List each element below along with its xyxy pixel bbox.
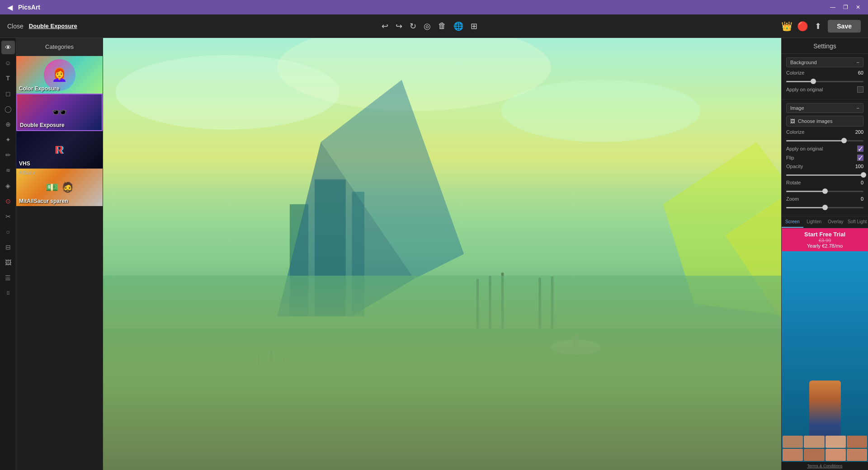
lines-icon: ≋ [6,167,10,174]
soft-light-label: Soft Light [848,219,867,224]
cut-icon: ✂ [5,213,11,220]
erase-button[interactable]: ◎ [422,19,433,33]
share-button[interactable]: ⬆ [813,19,823,33]
soft-light-tab[interactable]: Soft Light [846,216,868,228]
window-controls: — ❐ ✕ [828,3,863,12]
lighten-tab[interactable]: Lighten [803,216,825,228]
redo2-button[interactable]: ↻ [408,19,418,33]
price-text: €3.99 [786,238,863,243]
blend-mode-tabs: Screen Lighten Overlay Soft Light [782,216,868,228]
eraser-tool[interactable]: ⊙ [1,194,15,208]
lines-tool[interactable]: ≋ [1,164,15,177]
text-tool[interactable]: T [1,71,15,85]
close-button[interactable]: ✕ [854,3,863,12]
minimize-button[interactable]: — [828,3,837,12]
rotate-label: Rotate [786,180,801,185]
zoom-value: 0 [861,196,863,202]
ad-item[interactable]: 💵 🧔 AllSacur MitAllSacur sparen [16,169,103,206]
double-exposure-item[interactable]: 🕶️ Double Exposure [16,94,103,131]
image-tool[interactable]: 🖼 [1,256,15,269]
ad-panel[interactable]: Start Free Trial €3.99 Yearly €2.78/mo [782,228,868,470]
frame-tool[interactable]: ◻ [1,87,15,100]
ad-top-bar: Start Free Trial €3.99 Yearly €2.78/mo [782,228,868,251]
back-icon[interactable]: ◀ [5,1,14,14]
background-dropdown[interactable]: Background − [786,57,863,67]
left-toolbar: 👁 ☺ T ◻ ◯ ⊕ ✦ ✏ ≋ [0,38,16,470]
main-toolbar: Close Double Exposure ↩ ↪ ↻ ◎ 🗑 🌐 ⊞ [0,14,868,38]
mask-tool[interactable]: ◈ [1,179,15,193]
screen-label: Screen [785,219,800,224]
ad-user-label: AllSacur [19,170,36,175]
opacity-slider[interactable] [786,172,863,178]
erase-icon: ◎ [424,21,431,31]
titlebar: ◀ PicsArt — ❐ ✕ [0,0,868,14]
canvas-area [103,38,781,470]
apply-original-row-1: Apply on original [786,86,863,93]
screen-tab[interactable]: Screen [782,216,803,228]
zoom-label: Zoom [786,196,799,202]
circle-tool[interactable]: ○ [1,225,15,239]
restore-button[interactable]: ❐ [841,3,850,12]
image-minus-icon: − [857,105,859,111]
colorize-value-2: 200 [855,129,863,135]
apply-original-checkbox-2[interactable]: ✓ [857,146,863,152]
star-icon: ✦ [5,136,11,143]
choose-images-button[interactable]: 🖼 Choose images [786,116,863,127]
colorize-value-1: 60 [858,70,863,75]
vhs-item[interactable]: R VHS [16,131,103,169]
undo-button[interactable]: ↩ [380,19,390,33]
background-section: Background − Colorize 60 [782,54,868,99]
overlay-tab[interactable]: Overlay [825,216,847,228]
background-label: Background [790,60,817,65]
delete-button[interactable]: 🗑 [436,19,448,33]
grid-button[interactable]: ⊞ [469,19,479,33]
overlay-label: Overlay [828,219,843,224]
apply-original-checkbox-1[interactable] [857,86,863,93]
grid-tool[interactable]: ⠿ [1,287,15,300]
colorize-slider-2[interactable] [786,137,863,144]
rotate-slider[interactable] [786,188,863,194]
vhs-label: VHS [19,160,30,167]
mask-icon: ◈ [5,182,10,189]
zoom-slider[interactable] [786,204,863,211]
crown-icon: 👑 [781,21,793,32]
ad-terms[interactable]: Terms & Conditions [782,462,868,470]
app: Close Double Exposure ↩ ↪ ↻ ◎ 🗑 🌐 ⊞ [0,14,868,470]
shape-tool[interactable]: ◯ [1,102,15,116]
select-tool[interactable]: ⊕ [1,118,15,131]
visibility-tool[interactable]: 👁 [1,41,15,54]
face-icon: ☺ [5,59,11,66]
face-tool[interactable]: ☺ [1,56,15,70]
image-icon: 🖼 [5,259,11,266]
canvas-background [103,38,781,470]
opacity-label: Opacity [786,164,803,169]
redo-button[interactable]: ↪ [394,19,404,33]
ad-grid-item [847,449,867,461]
menu-tool[interactable]: ☰ [1,271,15,285]
image-dropdown[interactable]: Image − [786,103,863,113]
star-tool[interactable]: ✦ [1,133,15,146]
ad-grid-item [783,449,803,461]
draw-tool[interactable]: ✏ [1,148,15,162]
save-button[interactable]: Save [828,20,861,33]
ad-body [782,251,868,462]
zoom-row: Zoom 0 [786,196,863,202]
delete-icon: 🗑 [438,21,446,31]
color-exposure-item[interactable]: 👩‍🦰 Color Exposure [16,56,103,94]
layer-tool[interactable]: ⊟ [1,240,15,254]
shape-icon: ◯ [5,105,12,113]
flip-checkbox[interactable]: ✓ [857,155,863,161]
close-button[interactable]: Close [7,23,24,30]
cut-tool[interactable]: ✂ [1,210,15,223]
select-icon: ⊕ [5,121,11,128]
lighten-label: Lighten [807,219,821,224]
ad-grid-item [826,449,846,461]
content-area: 👁 ☺ T ◻ ◯ ⊕ ✦ ✏ ≋ [0,38,868,470]
flip-row: Flip ✓ [786,155,863,161]
draw-icon: ✏ [5,151,11,159]
background-minus-icon: − [857,60,859,65]
colorize-slider-1[interactable] [786,78,863,85]
colorize-row-2: Colorize 200 [786,129,863,135]
colorize-label-1: Colorize [786,70,804,75]
globe-button[interactable]: 🌐 [452,19,465,33]
